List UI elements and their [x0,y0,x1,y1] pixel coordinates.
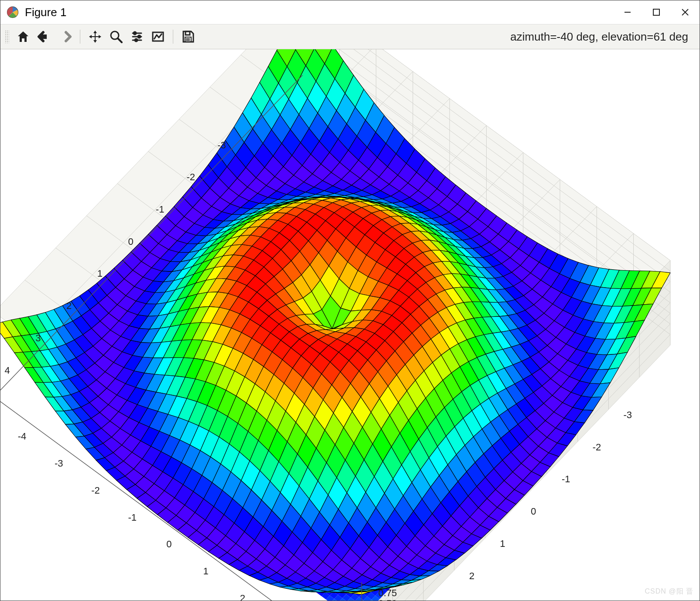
svg-text:-2: -2 [187,172,196,182]
pan-button[interactable] [86,27,105,46]
svg-line-6 [118,38,122,42]
svg-text:0: 0 [531,506,536,517]
svg-text:2: 2 [66,300,72,311]
svg-text:-1: -1 [156,204,165,215]
figure-window: Figure 1 [0,0,700,601]
svg-text:2: 2 [469,570,474,581]
edit-axes-button[interactable] [148,27,168,46]
save-button[interactable] [178,27,198,46]
plot-area[interactable]: -4-3-2-10123-3-2-101234-3-2-101234-0.75-… [0,49,700,601]
matplotlib-icon [7,6,19,18]
svg-text:-2: -2 [91,485,100,496]
svg-text:-1: -1 [128,512,137,523]
svg-text:1: 1 [203,566,209,577]
close-button[interactable] [671,0,700,24]
svg-rect-15 [185,37,191,42]
svg-point-12 [135,39,137,41]
maximize-button[interactable] [642,0,671,24]
svg-text:-1: -1 [562,474,570,484]
svg-point-11 [138,35,141,38]
svg-text:-3: -3 [217,140,226,151]
toolbar-grip [5,30,9,43]
svg-text:-4: -4 [18,431,27,442]
svg-text:0.75: 0.75 [378,587,397,598]
toolbar-separator [173,30,173,44]
titlebar: Figure 1 [0,0,700,24]
svg-text:-3: -3 [55,458,63,469]
toolbar-separator [80,30,80,44]
zoom-button[interactable] [106,27,126,46]
svg-text:2: 2 [240,593,245,601]
svg-text:-2: -2 [593,442,601,453]
back-button[interactable] [34,27,54,46]
svg-text:0: 0 [166,539,172,549]
svg-text:0: 0 [128,236,133,247]
window-title: Figure 1 [25,6,66,19]
minimize-button[interactable] [613,0,642,24]
svg-text:-3: -3 [623,409,632,420]
navigation-toolbar: azimuth=-40 deg, elevation=61 deg [0,24,700,49]
configure-subplots-button[interactable] [127,27,147,46]
svg-rect-2 [653,9,659,15]
svg-rect-14 [185,31,190,35]
forward-button[interactable] [55,27,75,46]
view-status-text: azimuth=-40 deg, elevation=61 deg [510,30,695,44]
watermark: CSDN @阳 晋 [645,587,693,596]
svg-point-10 [134,32,136,34]
home-button[interactable] [14,27,33,46]
svg-text:4: 4 [5,365,10,376]
svg-text:1: 1 [500,538,505,549]
svg-text:1: 1 [97,268,103,279]
svg-text:0.50: 0.50 [378,598,397,601]
svg-text:3: 3 [35,333,41,343]
